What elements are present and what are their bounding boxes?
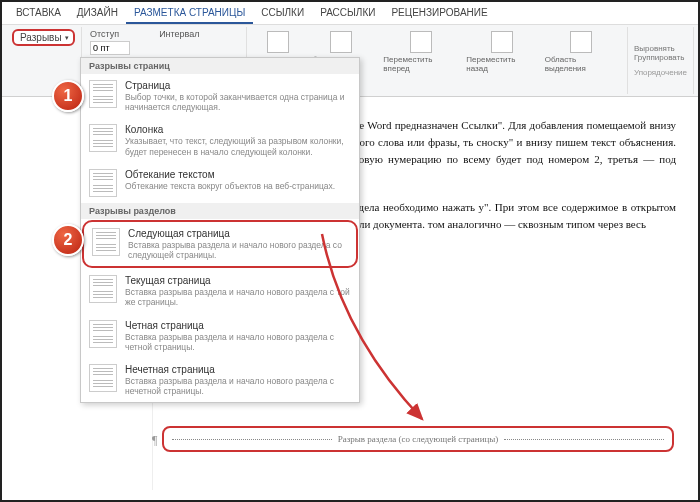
textwrap-break-icon xyxy=(89,169,117,197)
continuous-break-icon xyxy=(89,275,117,303)
tab-page-layout[interactable]: РАЗМЕТКА СТРАНИЦЫ xyxy=(126,3,253,24)
break-column-item[interactable]: КолонкаУказывает, что текст, следующий з… xyxy=(81,118,359,162)
tab-references[interactable]: ССЫЛКИ xyxy=(253,3,312,24)
selection-icon xyxy=(570,31,592,53)
group-button[interactable]: Группировать xyxy=(634,53,687,62)
dropdown-header-section-breaks: Разрывы разделов xyxy=(81,203,359,219)
selection-pane-button[interactable]: Область выделения xyxy=(541,29,621,92)
indent-label: Отступ xyxy=(90,29,119,39)
align-button[interactable]: Выровнять xyxy=(634,44,687,53)
section-break-label: Разрыв раздела (со следующей страницы) xyxy=(332,434,505,444)
break-continuous-item[interactable]: Текущая страницаВставка разрыва раздела … xyxy=(81,269,359,313)
annotation-marker-1: 1 xyxy=(52,80,84,112)
backward-icon xyxy=(491,31,513,53)
annotation-marker-2: 2 xyxy=(52,224,84,256)
break-textwrap-item[interactable]: Обтекание текстомОбтекание текста вокруг… xyxy=(81,163,359,203)
break-page-item[interactable]: СтраницаВыбор точки, в которой заканчива… xyxy=(81,74,359,118)
tab-review[interactable]: РЕЦЕНЗИРОВАНИЕ xyxy=(383,3,495,24)
interval-label: Интервал xyxy=(159,29,199,39)
send-backward-button[interactable]: Переместить назад xyxy=(462,29,540,92)
even-page-break-icon xyxy=(89,320,117,348)
breaks-dropdown: Разрывы страниц СтраницаВыбор точки, в к… xyxy=(80,57,360,403)
page-break-icon xyxy=(89,80,117,108)
ordering-label: Упорядочение xyxy=(634,68,687,77)
wrap-icon xyxy=(330,31,352,53)
break-odd-page-item[interactable]: Нечетная страницаВставка разрыва раздела… xyxy=(81,358,359,402)
ribbon-tabs: ВСТАВКА ДИЗАЙН РАЗМЕТКА СТРАНИЦЫ ССЫЛКИ … xyxy=(2,2,698,25)
odd-page-break-icon xyxy=(89,364,117,392)
breaks-label: Разрывы xyxy=(20,32,62,43)
section-break-indicator: Разрыв раздела (со следующей страницы) xyxy=(162,426,674,452)
column-break-icon xyxy=(89,124,117,152)
tab-design[interactable]: ДИЗАЙН xyxy=(69,3,126,24)
tab-insert[interactable]: ВСТАВКА xyxy=(8,3,69,24)
break-even-page-item[interactable]: Четная страницаВставка разрыва раздела и… xyxy=(81,314,359,358)
break-next-page-item[interactable]: Следующая страницаВставка разрыва раздел… xyxy=(82,220,358,268)
next-page-break-icon xyxy=(92,228,120,256)
chevron-down-icon: ▾ xyxy=(65,34,69,42)
breaks-button[interactable]: Разрывы ▾ xyxy=(12,29,75,46)
tab-mailings[interactable]: РАССЫЛКИ xyxy=(312,3,383,24)
position-icon xyxy=(267,31,289,53)
interval-before-input[interactable] xyxy=(90,41,130,55)
pilcrow-icon: ¶ xyxy=(152,433,157,448)
bring-forward-button[interactable]: Переместить вперед xyxy=(379,29,462,92)
forward-icon xyxy=(410,31,432,53)
dropdown-header-page-breaks: Разрывы страниц xyxy=(81,58,359,74)
